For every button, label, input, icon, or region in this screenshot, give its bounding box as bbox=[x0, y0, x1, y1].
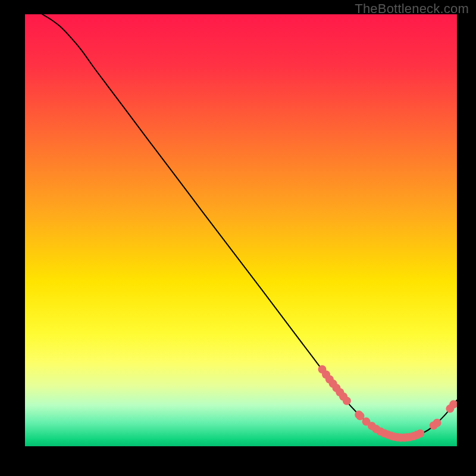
bottleneck-chart bbox=[25, 14, 457, 446]
data-marker bbox=[343, 397, 351, 405]
watermark-text: TheBottleneck.com bbox=[355, 1, 469, 17]
chart-svg bbox=[25, 14, 457, 446]
chart-container: TheBottleneck.com bbox=[0, 0, 476, 476]
data-marker bbox=[416, 430, 424, 438]
gradient-background bbox=[25, 14, 457, 446]
data-marker bbox=[433, 419, 441, 427]
